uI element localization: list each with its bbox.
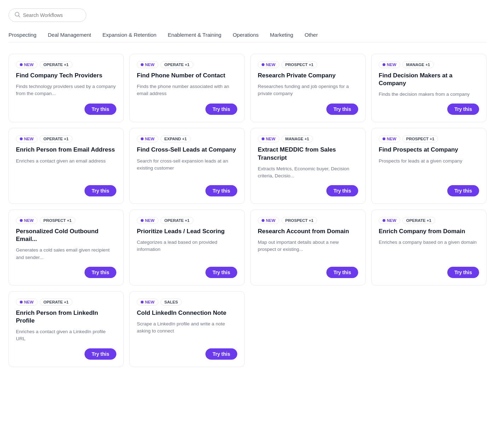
card-9-title: Prioritize Leads / Lead Scoring xyxy=(137,228,237,235)
card-10-tag-1: PROSPECT +1 xyxy=(281,217,318,224)
card-6-tag-1-label: MANAGE +1 xyxy=(285,137,309,141)
card-12-tag-0: NEW xyxy=(16,299,37,306)
card-10: NEWPROSPECT +1Research Account from Doma… xyxy=(250,210,366,285)
card-13: NEWSALESCold LinkedIn Connection NoteScr… xyxy=(129,291,245,367)
svg-line-1 xyxy=(19,16,20,17)
card-11-tag-0-label: NEW xyxy=(387,218,396,223)
card-9-tag-0-label: NEW xyxy=(145,218,155,223)
new-dot-icon xyxy=(141,301,144,303)
card-0-tags: NEWOPERATE +1 xyxy=(16,61,116,68)
card-2-tag-1: PROSPECT +1 xyxy=(281,61,318,68)
card-11: NEWOPERATE +1Enrich Company from DomainE… xyxy=(371,210,487,285)
nav-tab-0[interactable]: Prospecting xyxy=(8,32,36,42)
nav-tab-3[interactable]: Enablement & Training xyxy=(168,32,221,42)
card-13-tags: NEWSALES xyxy=(137,299,237,306)
card-4-tags: NEWOPERATE +1 xyxy=(16,135,116,142)
new-dot-icon xyxy=(141,63,144,66)
card-1-title: Find Phone Number of Contact xyxy=(137,72,237,79)
card-2-tag-0-label: NEW xyxy=(266,63,275,67)
card-0-tag-0-label: NEW xyxy=(24,63,34,67)
card-9-try-button[interactable]: Try this xyxy=(205,267,237,278)
card-1-try-button[interactable]: Try this xyxy=(205,104,237,115)
new-dot-icon xyxy=(383,219,385,222)
card-0-title: Find Company Tech Providers xyxy=(16,72,116,79)
card-4-try-button[interactable]: Try this xyxy=(85,185,116,196)
nav-tabs: ProspectingDeal ManagementExpansion & Re… xyxy=(8,32,487,42)
card-5: NEWEXPAND +1Find Cross-Sell Leads at Com… xyxy=(129,128,245,204)
new-dot-icon xyxy=(262,63,264,66)
search-icon xyxy=(14,12,20,19)
card-10-tag-1-label: PROSPECT +1 xyxy=(285,218,314,223)
search-input[interactable] xyxy=(23,12,80,18)
new-dot-icon xyxy=(383,63,385,66)
card-4-tag-1: OPERATE +1 xyxy=(40,135,72,142)
card-2-try-button[interactable]: Try this xyxy=(326,104,358,115)
card-5-tag-0-label: NEW xyxy=(145,137,155,141)
card-6-try-button[interactable]: Try this xyxy=(326,185,358,196)
card-12-tags: NEWOPERATE +1 xyxy=(16,299,116,306)
card-11-try-button[interactable]: Try this xyxy=(447,267,479,278)
new-dot-icon xyxy=(141,137,144,140)
card-12-desc: Enriches a contact given a LinkedIn prof… xyxy=(16,328,116,343)
card-8-tag-1: PROSPECT +1 xyxy=(40,217,76,224)
card-10-desc: Map out important details about a new pr… xyxy=(258,239,358,261)
nav-tab-6[interactable]: Other xyxy=(304,32,318,42)
card-1-tag-0-label: NEW xyxy=(145,63,155,67)
card-0-tag-1: OPERATE +1 xyxy=(40,61,72,68)
card-7: NEWPROSPECT +1Find Prospects at CompanyP… xyxy=(371,128,487,204)
card-5-desc: Search for cross-sell expansion leads at… xyxy=(137,158,237,180)
card-4-title: Enrich Person from Email Address xyxy=(16,146,116,154)
card-4: NEWOPERATE +1Enrich Person from Email Ad… xyxy=(8,128,124,204)
card-8-desc: Generates a cold sales email given recip… xyxy=(16,247,116,261)
card-6-tag-0-label: NEW xyxy=(266,137,275,141)
card-13-tag-0: NEW xyxy=(137,299,158,306)
nav-tab-1[interactable]: Deal Management xyxy=(48,32,91,42)
card-7-title: Find Prospects at Company xyxy=(379,146,479,154)
card-1-tags: NEWOPERATE +1 xyxy=(137,61,237,68)
card-8: NEWPROSPECT +1Personalized Cold Outbound… xyxy=(8,210,124,285)
card-9-tag-1-label: OPERATE +1 xyxy=(164,218,190,223)
card-10-try-button[interactable]: Try this xyxy=(326,267,358,278)
card-8-try-button[interactable]: Try this xyxy=(85,267,116,278)
card-2-tag-0: NEW xyxy=(258,61,279,68)
card-9-tag-0: NEW xyxy=(137,217,158,224)
card-1-tag-1: OPERATE +1 xyxy=(161,61,193,68)
new-dot-icon xyxy=(262,219,264,222)
card-5-tags: NEWEXPAND +1 xyxy=(137,135,237,142)
card-8-tag-0-label: NEW xyxy=(24,218,34,223)
card-7-try-button[interactable]: Try this xyxy=(447,185,479,196)
card-9-desc: Categorizes a lead based on provided inf… xyxy=(137,239,237,261)
search-bar[interactable] xyxy=(8,8,86,22)
card-1: NEWOPERATE +1Find Phone Number of Contac… xyxy=(129,54,245,122)
new-dot-icon xyxy=(20,219,23,222)
card-5-title: Find Cross-Sell Leads at Company xyxy=(137,146,237,154)
card-11-tags: NEWOPERATE +1 xyxy=(379,217,479,224)
card-6: NEWMANAGE +1Extract MEDDIC from Sales Tr… xyxy=(250,128,366,204)
card-13-try-button[interactable]: Try this xyxy=(205,348,237,360)
card-3-desc: Finds the decision makers from a company xyxy=(379,91,479,98)
card-3-tag-0: NEW xyxy=(379,61,400,68)
card-7-tag-0-label: NEW xyxy=(387,137,396,141)
new-dot-icon xyxy=(262,137,264,140)
card-11-title: Enrich Company from Domain xyxy=(379,228,479,235)
card-11-tag-1-label: OPERATE +1 xyxy=(406,218,431,223)
card-12-try-button[interactable]: Try this xyxy=(85,348,116,360)
card-10-tag-0: NEW xyxy=(258,217,279,224)
card-2-title: Research Private Company xyxy=(258,72,358,79)
card-3-try-button[interactable]: Try this xyxy=(447,104,479,115)
card-3: NEWMANAGE +1Find Decision Makers at a Co… xyxy=(371,54,487,122)
new-dot-icon xyxy=(141,219,144,222)
nav-tab-2[interactable]: Expansion & Retention xyxy=(103,32,157,42)
card-4-tag-1-label: OPERATE +1 xyxy=(43,137,69,141)
card-5-try-button[interactable]: Try this xyxy=(205,185,237,196)
card-1-tag-0: NEW xyxy=(137,61,158,68)
nav-tab-5[interactable]: Marketing xyxy=(270,32,293,42)
nav-tab-4[interactable]: Operations xyxy=(233,32,258,42)
card-13-title: Cold LinkedIn Connection Note xyxy=(137,309,237,317)
card-5-tag-0: NEW xyxy=(137,135,158,142)
card-11-desc: Enriches a company based on a given doma… xyxy=(379,239,479,261)
card-0-try-button[interactable]: Try this xyxy=(85,104,116,115)
card-7-desc: Prospects for leads at a given company xyxy=(379,158,479,180)
card-0-tag-1-label: OPERATE +1 xyxy=(43,63,69,67)
card-3-tag-1-label: MANAGE +1 xyxy=(406,63,430,67)
